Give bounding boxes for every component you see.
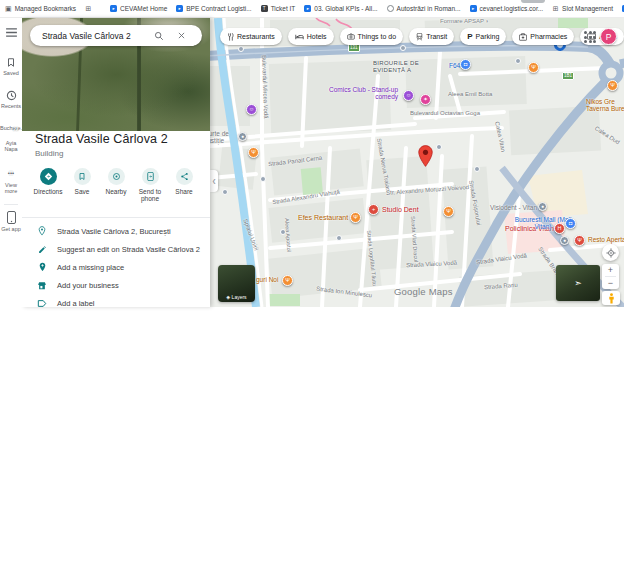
studio-dent-poi-icon[interactable]: + [368, 204, 379, 215]
bookmark-item[interactable]: ▸BPE Contract Logisti... [176, 5, 251, 12]
resto-poi-icon[interactable]: Ψ [574, 235, 585, 246]
zoom-out-button[interactable]: − [602, 277, 619, 289]
parking-icon: P [467, 32, 472, 41]
map-label: F64 [449, 62, 460, 69]
chip-hotels[interactable]: Hotels [288, 28, 334, 45]
chip-pharmacies[interactable]: Pharmacies [512, 28, 574, 45]
chip-transit[interactable]: Transit [409, 28, 454, 45]
chip-parking[interactable]: P Parking [460, 28, 506, 45]
restaurant-poi-icon[interactable]: Ψ [528, 62, 539, 73]
place-title: Strada Vasile Cârlova 2 [35, 132, 202, 146]
grid-favicon: ⊞ [552, 5, 559, 12]
road-shield: 131 [348, 44, 360, 52]
add-place-icon [38, 262, 47, 272]
street-view-thumbnail[interactable]: ➣ [556, 265, 600, 301]
address-row[interactable]: Strada Vasile Cârlova 2, București [22, 222, 210, 240]
map-label: Resto Aperta [588, 236, 624, 243]
share-button[interactable]: Share [167, 168, 201, 214]
globe-favicon [387, 5, 394, 12]
chip-things-to-do[interactable]: Things to do [340, 28, 404, 45]
efes-restaurant-poi-icon[interactable]: Ψ [350, 212, 361, 223]
bookmark-item[interactable]: TTicket IT [261, 5, 296, 12]
bed-icon [295, 33, 304, 41]
managed-bookmarks[interactable]: ▣ Managed Bookmarks [5, 5, 76, 13]
sidebar-item-saved[interactable]: Saved [0, 57, 22, 76]
train-icon [416, 33, 423, 41]
map-canvas[interactable]: Formare APSAP ◗ BIROURILE DE EVIDENȚĂ A … [210, 18, 624, 307]
map-label: BIROURILE DE EVIDENȚĂ A [373, 60, 433, 74]
place-pin-icon [38, 226, 46, 236]
view-more-button[interactable]: ••• View more [0, 161, 22, 194]
search-icon[interactable] [148, 31, 170, 41]
restaurant-poi-icon[interactable]: Ψ [248, 147, 259, 158]
suggest-edit-row[interactable]: Suggest an edit on Strada Vasile Cârlova… [22, 240, 210, 258]
get-app-button[interactable]: Get app [0, 211, 22, 232]
add-business-row[interactable]: Add your business [22, 276, 210, 294]
entertainment-poi-icon[interactable]: ✦ [420, 94, 431, 105]
transit-stop-icon [222, 189, 228, 195]
destination-marker[interactable] [418, 145, 433, 167]
bookmark-item[interactable]: ▸CEVAMet Home [110, 5, 167, 12]
clear-search-icon[interactable] [170, 31, 192, 40]
menu-button[interactable] [0, 28, 22, 37]
add-label-row[interactable]: Add a label [22, 294, 210, 307]
transit-stop-icon [474, 166, 480, 172]
google-apps-button[interactable] [584, 31, 596, 43]
save-button[interactable]: Save [65, 168, 99, 214]
bookmark-item[interactable]: ▸03. Global KPIs - All... [304, 5, 377, 12]
label-tag-icon [37, 299, 47, 308]
search-input[interactable] [30, 31, 148, 41]
restaurant-poi-icon[interactable]: Ψ [607, 80, 618, 91]
transit-stop-icon [436, 144, 442, 150]
clock-icon [6, 90, 17, 101]
maps-side-rail: Saved Recents 22 Buchare... Ayia Napa ••… [0, 18, 22, 307]
apps-shortcut-icon[interactable]: ⊞ [85, 5, 92, 12]
layers-icon: ◈ [226, 294, 230, 300]
generic-poi-icon[interactable]: ● [560, 236, 569, 245]
target-icon [606, 248, 616, 258]
phone-icon [7, 211, 16, 224]
fork-knife-icon [227, 33, 234, 41]
add-missing-place-row[interactable]: Add a missing place [22, 258, 210, 276]
nearby-button[interactable]: Nearby [99, 168, 133, 214]
collapse-panel-button[interactable]: ❮ [210, 170, 218, 192]
bookmark-item[interactable]: ⊞Slot Management [552, 5, 613, 12]
comedy-club-poi-icon[interactable]: ☺ [403, 90, 414, 101]
visiodent-poi-icon[interactable]: ● [538, 202, 547, 211]
layers-control[interactable]: ◈ Layers [218, 265, 255, 302]
directions-button[interactable]: Directions [31, 168, 65, 214]
recent-shortcut-bucharest[interactable]: 22 Buchare... [0, 125, 22, 131]
recent-shortcut-ayia-napa[interactable]: Ayia Napa [0, 140, 22, 152]
bookmark-item[interactable]: Autostrăzi in Roman... [387, 5, 461, 12]
map-label: Curte de Justiție [210, 130, 240, 144]
ellipsis-icon: ••• [8, 170, 14, 176]
browser-toolbar-sliver [521, 0, 545, 3]
restaurant-poi-icon[interactable]: Ψ [443, 206, 454, 217]
map-label: Studio Dent [382, 206, 419, 213]
transit-stop-icon [515, 58, 521, 64]
chip-restaurants[interactable]: Restaurants [220, 28, 282, 45]
zoom-in-button[interactable]: + [602, 264, 619, 276]
mall-poi-icon[interactable]: ◘ [565, 218, 576, 229]
pegman-button[interactable] [602, 291, 620, 305]
transit-stop-icon [260, 176, 266, 182]
sidebar-item-recents[interactable]: Recents [0, 90, 22, 109]
first-aid-icon [519, 33, 527, 41]
civic-poi-icon[interactable]: ● [238, 132, 247, 141]
place-actions: Directions Save Nearby Send to phone Sha… [22, 168, 210, 214]
bookmark-icon [78, 172, 86, 181]
my-location-button[interactable] [602, 244, 619, 261]
directions-icon [44, 172, 53, 181]
search-box[interactable] [30, 25, 202, 46]
hospital-poi-icon[interactable]: H [554, 223, 565, 234]
send-to-phone-button[interactable]: Send to phone [133, 168, 167, 214]
account-avatar[interactable]: P [600, 28, 617, 45]
favicon: T [261, 5, 268, 12]
f64-store-poi-icon[interactable]: ◘ [460, 59, 471, 70]
transit-stop-icon [400, 45, 406, 51]
rail-divider [4, 204, 18, 205]
category-chips: Restaurants Hotels Things to do Transit … [220, 28, 624, 45]
comedy-poi-icon[interactable]: ☺ [246, 104, 257, 115]
restaurant-poi-icon[interactable]: Ψ [282, 275, 293, 286]
bookmark-item[interactable]: ▸cevanet.logistics.cor... [470, 5, 544, 12]
